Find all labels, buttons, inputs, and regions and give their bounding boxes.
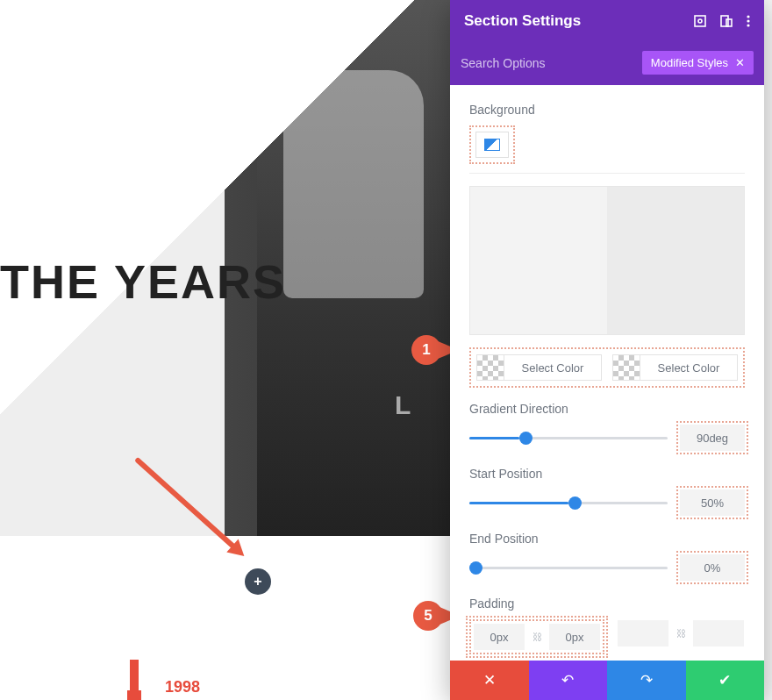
- gradient-preview: [469, 186, 745, 335]
- search-input[interactable]: [461, 56, 633, 70]
- divider: [469, 173, 745, 174]
- svg-rect-3: [726, 19, 732, 26]
- add-section-button[interactable]: +: [245, 568, 271, 595]
- slider-thumb[interactable]: [469, 561, 482, 575]
- check-icon: ✔: [718, 671, 731, 689]
- gradient-direction-input[interactable]: [680, 425, 745, 451]
- close-icon[interactable]: ✕: [735, 56, 745, 69]
- slider-thumb[interactable]: [568, 496, 582, 510]
- redo-icon: ↷: [640, 671, 653, 689]
- select-color-2-button[interactable]: Select Color: [640, 354, 738, 381]
- canvas-lower-box: [0, 536, 260, 639]
- padding-inputs: ⛓ ⛓: [469, 619, 745, 654]
- badge-label: 5: [413, 601, 443, 631]
- panel-title: Section Settings: [464, 12, 581, 30]
- end-position-row: [469, 554, 745, 581]
- padding-bottom-input[interactable]: [549, 624, 600, 650]
- panel-search-row: Modified Styles ✕: [450, 42, 764, 85]
- color-pickers-highlight: Select Color Select Color: [469, 347, 745, 388]
- hero-title: THE YEARS: [0, 254, 286, 309]
- undo-icon: ↶: [561, 671, 574, 689]
- badge-label: 1: [411, 335, 441, 365]
- svg-rect-0: [695, 16, 705, 26]
- panel-body: Background Select Color Select Color Gra…: [450, 85, 764, 690]
- padding-top-bottom-highlight: ⛓: [469, 619, 604, 654]
- plus-icon: +: [254, 574, 261, 589]
- cancel-button[interactable]: ✕: [450, 661, 529, 700]
- truncated-text: L: [395, 390, 411, 420]
- svg-point-4: [747, 15, 749, 18]
- responsive-icon[interactable]: [720, 15, 733, 27]
- chip-label: Modified Styles: [651, 56, 728, 69]
- gradient-tab[interactable]: [475, 132, 509, 158]
- gradient-direction-label: Gradient Direction: [469, 402, 745, 416]
- svg-point-6: [747, 24, 749, 26]
- gradient-icon: [484, 139, 500, 151]
- color-picker-2[interactable]: Select Color: [612, 354, 738, 381]
- close-icon: ✕: [483, 671, 496, 689]
- transparency-swatch-icon: [476, 354, 504, 381]
- color-picker-1[interactable]: Select Color: [476, 354, 602, 381]
- padding-label: Padding: [469, 596, 745, 611]
- padding-left-input[interactable]: [618, 620, 668, 646]
- link-icon[interactable]: ⛓: [525, 624, 549, 650]
- svg-point-5: [747, 19, 749, 22]
- gradient-direction-row: [469, 425, 745, 451]
- redo-button[interactable]: ↷: [607, 661, 686, 700]
- select-color-1-button[interactable]: Select Color: [504, 354, 602, 381]
- panel-action-bar: ✕ ↶ ↷ ✔: [450, 661, 764, 700]
- padding-right-input[interactable]: [693, 620, 744, 646]
- timeline-marker: [130, 660, 139, 695]
- padding-top-input[interactable]: [474, 624, 525, 650]
- end-position-slider[interactable]: [469, 567, 668, 569]
- start-position-slider[interactable]: [469, 502, 668, 504]
- hero-background: THE YEARS L: [0, 0, 450, 536]
- more-icon[interactable]: [747, 15, 750, 27]
- link-icon[interactable]: ⛓: [668, 620, 693, 646]
- modified-styles-chip[interactable]: Modified Styles ✕: [642, 51, 754, 75]
- background-label: Background: [469, 103, 745, 117]
- start-position-row: [469, 489, 745, 516]
- editor-canvas: THE YEARS L + 1998: [0, 0, 450, 700]
- panel-header: Section Settings: [450, 0, 764, 42]
- panel-header-actions: [694, 15, 750, 27]
- start-position-input[interactable]: [680, 489, 745, 516]
- start-position-label: Start Position: [469, 467, 745, 481]
- padding-left-right-group: ⛓: [617, 619, 745, 654]
- end-position-label: End Position: [469, 532, 745, 546]
- confirm-button[interactable]: ✔: [686, 661, 765, 700]
- end-position-input[interactable]: [680, 554, 745, 581]
- transparency-swatch-icon: [612, 354, 640, 381]
- background-tabs-highlight: [469, 125, 515, 164]
- timeline-year: 1998: [165, 678, 200, 696]
- gradient-direction-slider[interactable]: [469, 437, 668, 439]
- undo-button[interactable]: ↶: [529, 661, 608, 700]
- section-settings-panel: Section Settings Modified Styles ✕ Backg…: [450, 0, 764, 700]
- svg-point-1: [698, 19, 702, 23]
- slider-thumb[interactable]: [519, 432, 533, 445]
- expand-icon[interactable]: [694, 15, 706, 27]
